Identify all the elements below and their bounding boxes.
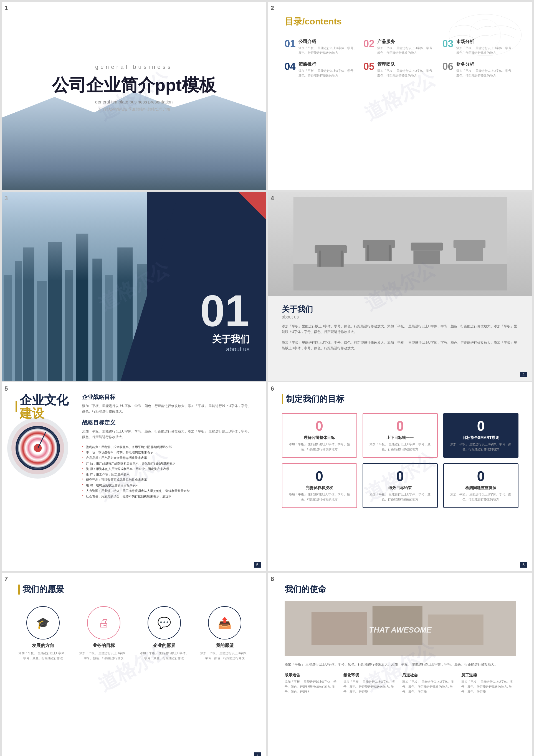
slide-number-4: 4 <box>271 195 274 202</box>
svg-rect-25 <box>411 242 443 251</box>
slide-number-2: 2 <box>271 4 274 12</box>
slide8-footer-item-4: 员工道德 添加「平板」 里能进行以上U字体、学号、颜色、行距能进行修改的地方, … <box>461 673 516 694</box>
content-title-2: 产品服务 <box>377 39 437 45</box>
content-item-1: 01 公司介绍 添加「平板」 里能进行以上U字体、学号、颜色、行距能进行修改的地… <box>285 39 358 55</box>
slide7-icons-row: 🎓 发展的方向 添加「平板」 里能进行以上U字体、学号、颜色、行距能进行修改 🖨… <box>18 606 250 661</box>
slide7-accent-bar <box>18 584 20 595</box>
content-item-5: 05 管理团队 添加「平板」 里能进行以上U字体、学号、颜色、行距能进行修改的地… <box>363 62 437 78</box>
slide5-def-title: 战略目标定义 <box>82 419 253 426</box>
slide3-title-en: about us <box>200 346 250 353</box>
card-title-4: 完善员权和授权 <box>287 485 352 491</box>
content-title-5: 管理团队 <box>377 62 437 68</box>
slide4-content: 关于我们 about us 添加「平板」里能进行以上U字体、学号、颜色、行距能进… <box>268 296 533 360</box>
slide7-icon-label-4: 我的愿望 <box>200 643 249 649</box>
bullet-item: 盈利能力：用利润、投资收益率、有用平均分配 推销利用和知识 <box>82 445 253 450</box>
footer-desc-2: 添加「平板」 里能进行以上U字体、学号、颜色、行距能进行修改的地方, 学号、颜色… <box>343 679 398 694</box>
svg-rect-27 <box>454 240 486 248</box>
bullet-item: 产 品：用产品成就产品数据和层面展示，开发新产品的先进来表示 <box>82 461 253 466</box>
svg-rect-37 <box>311 612 367 645</box>
world-map-graphic <box>446 10 524 60</box>
content-item-2: 02 产品服务 添加「平板」 里能进行以上U字体、学号、颜色、行距能进行修改的地… <box>363 39 437 55</box>
slide7-icon-circle-2: 🖨 <box>87 606 120 639</box>
svg-point-1 <box>470 19 501 50</box>
svg-rect-26 <box>413 251 440 264</box>
slide5-accent-bar <box>15 401 17 412</box>
content-num-2: 02 <box>363 39 375 49</box>
svg-point-0 <box>449 14 521 56</box>
footer-desc-1: 添加「平板」 里能进行以上U字体、学号、颜色、行距能进行修改的地方, 学号、颜色… <box>285 679 339 694</box>
slide-number-1: 1 <box>4 4 8 12</box>
content-desc-4: 添加「平板」 里能进行以上U字体、学号、颜色、行距能进行修改的地方 <box>299 68 358 78</box>
bullet-item: 生 产：用工作物：固定量来表示 <box>82 472 253 477</box>
svg-rect-6 <box>37 281 47 381</box>
slide4-photo <box>268 192 533 296</box>
footer-desc-4: 添加「平板」 里能进行以上U字体、学号、颜色、行距能进行修改的地方, 学号、颜色… <box>461 679 516 694</box>
content-item-6: 06 财务分析 添加「平板」 里能进行以上U字体、学号、颜色、行距能进行修改的地… <box>442 62 516 78</box>
slide7-header: 我们的愿景 <box>18 584 250 595</box>
bullet-item: 市：场：市场占有率，结构、持续结构效果来表示 <box>82 450 253 455</box>
slide1-en-subtitle: general business <box>52 64 216 70</box>
slide5-right: 企业战略目标 添加「平板」里能进行以上U字体、学号、颜色、行距能进行修改放大。添… <box>82 393 253 560</box>
slide-3: 3 <box>2 192 266 381</box>
slide6-cards-grid: 0 理解公司整体目标 添加「平板」 里能进行以上U字体、学号、颜色、行距能进行修… <box>282 413 519 508</box>
slide8-footer-item-1: 版示港告 添加「平板」 里能进行以上U字体、学号、颜色、行距能进行修改的地方, … <box>285 673 339 694</box>
svg-rect-23 <box>367 245 369 261</box>
card-title-3: 目标符合SMART原则 <box>448 435 514 440</box>
slide4-text2: 添加「平板」里能进行以上U字体、学号、颜色、行距能进行修改放大。添加「平板」 里… <box>282 340 519 351</box>
slide8-footer-item-3: 后退社会 添加「平板」 里能进行以上U字体、学号、颜色、行距能进行修改的地方, … <box>402 673 457 694</box>
slide7-icon-circle-1: 🎓 <box>26 606 60 639</box>
content-text-1: 公司介绍 添加「平板」 里能进行以上U字体、学号、颜色、行距能进行修改的地方 <box>299 39 358 55</box>
card-title-1: 理解公司整体目标 <box>287 435 352 440</box>
card-desc-3: 添加「平板」 里能进行以上U字体、学号、颜色、行距能进行修改的地方 <box>448 442 514 452</box>
card-desc-6: 添加「平板」 里能进行以上U字体、学号、颜色、行距能进行修改的地方 <box>448 492 514 502</box>
svg-rect-39 <box>428 614 483 645</box>
chairs-illustration <box>268 192 533 296</box>
slide6-card-6: 0 检测问题整整资源 添加「平板」 里能进行以上U字体、学号、颜色、行距能进行修… <box>443 463 519 508</box>
svg-rect-16 <box>293 264 507 290</box>
slide-8: 8 我们的使命 THAT AWESOME 添加「平板」 里能进行以上U字体、学号… <box>268 573 533 756</box>
content-num-4: 04 <box>285 62 296 71</box>
slide3-content: 01 关于我们 about us <box>200 288 250 353</box>
bullet-item: 产品品质：用产品力来衡量标志测质量来表示 <box>82 455 253 461</box>
slide7-page-num: 7 <box>254 752 261 756</box>
slide5-strategy-text: 添加「平板」里能进行以上U字体、学号、颜色、行距能进行修改放大。添加「平板」 里… <box>82 403 253 415</box>
slide5-title-zh: 企业文化 <box>20 393 68 407</box>
card-num-4: 0 <box>287 470 352 483</box>
slide1-title-area: general business 公司企业简介ppt模板 general tem… <box>52 64 216 112</box>
svg-text:THAT AWESOME: THAT AWESOME <box>369 626 432 634</box>
slide6-card-3: 0 目标符合SMART原则 添加「平板」 里能进行以上U字体、学号、颜色、行距能… <box>443 413 519 458</box>
slide4-text1: 添加「平板」里能进行以上U字体、学号、颜色、行距能进行修改放大。添加「平板」 里… <box>282 323 519 335</box>
svg-rect-11 <box>105 275 113 381</box>
slide6-page-num: 6 <box>520 562 527 568</box>
slide3-big-num: 01 <box>200 288 250 333</box>
content-num-6: 06 <box>442 62 454 71</box>
slide-6: 6 制定我们的目标 0 理解公司整体目标 添加「平板」 里能进行以上U字体、学号… <box>268 382 533 571</box>
svg-rect-24 <box>388 245 391 261</box>
slide4-title-en: about us <box>282 314 519 320</box>
card-num-6: 0 <box>448 470 514 483</box>
slide7-icon-label-2: 业务的目标 <box>79 643 128 649</box>
slide4-title-zh: 关于我们 <box>282 304 519 314</box>
content-desc-5: 添加「平板」 里能进行以上U字体、学号、颜色、行距能进行修改的地方 <box>377 68 437 78</box>
content-num-1: 01 <box>285 39 296 49</box>
slide7-icon-label-3: 企业的愿景 <box>140 643 189 649</box>
slide5-title-block: 企业文化 建设 <box>20 393 68 420</box>
card-title-5: 绩效目标约束 <box>367 485 433 491</box>
bullet-item: 人力资源：用业绩、培训、员工满意度调查从人里把他们，训练利量数量来衔 <box>82 488 253 494</box>
slide6-card-5: 0 绩效目标约束 添加「平板」 里能进行以上U字体、学号、颜色、行距能进行修改的… <box>362 463 438 508</box>
slide7-icon-item-3: 💬 企业的愿景 添加「平板」 里能进行以上U字体、学号、颜色、行距能进行修改 <box>140 606 189 661</box>
slide5-left: 企业文化 建设 <box>15 393 71 560</box>
card-desc-1: 添加「平板」 里能进行以上U字体、学号、颜色、行距能进行修改的地方 <box>287 442 352 452</box>
svg-rect-20 <box>341 251 343 267</box>
svg-rect-19 <box>319 251 321 267</box>
slide5-strategy-title: 企业战略目标 <box>82 393 253 401</box>
svg-point-32 <box>34 444 42 452</box>
slide-4: 4 <box>268 192 533 381</box>
slides-grid: 1 general business 公司企业简介ppt模板 general t… <box>0 0 534 756</box>
bullet-item: 资 源：用资本的人员资源成利用率；用企业、固定资产来表示 <box>82 466 253 472</box>
slide7-icon-desc-2: 添加「平板」 里能进行以上U字体、学号、颜色、行距能进行修改 <box>79 651 128 661</box>
slide6-card-2: 0 上下目标统一一 添加「平板」 里能进行以上U字体、学号、颜色、行距能进行修改… <box>362 413 438 458</box>
slide6-card-4: 0 完善员权和授权 添加「平板」 里能进行以上U字体、学号、颜色、行距能进行修改… <box>282 463 357 508</box>
slide5-header: 企业文化 建设 <box>15 393 71 420</box>
slide-1: 1 general business 公司企业简介ppt模板 general t… <box>2 2 266 190</box>
